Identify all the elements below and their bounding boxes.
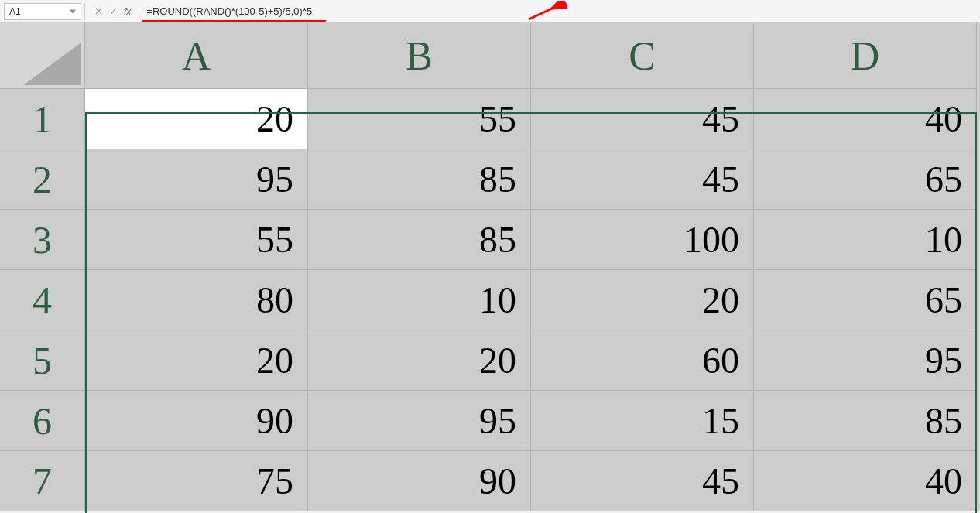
cell-c4[interactable]: 20 [531,270,754,330]
cell-c2[interactable]: 45 [531,149,754,210]
cell-a5[interactable]: 20 [85,330,308,391]
cell-a4[interactable]: 80 [85,270,308,330]
cell-d1[interactable]: 40 [754,89,977,149]
cell-b7[interactable]: 90 [308,451,531,511]
table-row: 6 90 95 15 85 [0,391,980,451]
formula-text: =ROUND((RAND()*(100-5)+5)/5,0)*5 [146,5,312,17]
select-all-corner[interactable] [0,23,85,89]
cell-b5[interactable]: 20 [308,330,531,391]
cell-b6[interactable]: 95 [308,391,531,451]
column-header-b[interactable]: B [308,23,531,89]
divider [84,3,85,20]
row-header-3[interactable]: 3 [0,210,85,270]
cell-d4[interactable]: 65 [754,270,977,330]
row-header-7[interactable]: 7 [0,451,85,511]
enter-icon[interactable]: ✓ [109,5,118,17]
cell-d5[interactable]: 95 [754,330,977,391]
table-row: 2 95 85 45 65 [0,149,980,210]
cell-c6[interactable]: 15 [531,391,754,451]
fx-icon[interactable]: fx [124,6,135,17]
row-header-1[interactable]: 1 [0,89,85,149]
cell-c7[interactable]: 45 [531,451,754,511]
cancel-icon[interactable]: ✕ [94,5,103,17]
name-box[interactable]: A1 [4,3,81,20]
table-row: 3 55 85 100 10 [0,210,980,270]
formula-bar-buttons: ✕ ✓ fx [88,5,142,17]
cell-b3[interactable]: 85 [308,210,531,270]
cell-d2[interactable]: 65 [754,149,977,210]
svg-line-1 [529,3,564,19]
table-row: 7 75 90 45 40 [0,451,980,511]
annotation-arrow-icon [525,1,567,24]
cell-d3[interactable]: 10 [754,210,977,270]
column-header-row: A B C D [0,23,980,89]
annotation-underline [142,20,326,22]
cell-a7[interactable]: 75 [85,451,308,511]
row-header-5[interactable]: 5 [0,330,85,391]
cell-b1[interactable]: 55 [308,89,531,149]
cell-reference-text: A1 [9,6,21,17]
cell-a1[interactable]: 20 [85,89,308,149]
cell-b4[interactable]: 10 [308,270,531,330]
cell-d7[interactable]: 40 [754,451,977,511]
spreadsheet: A B C D 1 20 55 45 40 2 95 85 45 65 3 55… [0,23,980,511]
cell-c1[interactable]: 45 [531,89,754,149]
column-header-a[interactable]: A [85,23,308,89]
cell-b2[interactable]: 85 [308,149,531,210]
row-header-6[interactable]: 6 [0,391,85,451]
column-header-c[interactable]: C [531,23,754,89]
table-row: 1 20 55 45 40 [0,89,980,149]
cell-a3[interactable]: 55 [85,210,308,270]
cell-d6[interactable]: 85 [754,391,977,451]
cell-c5[interactable]: 60 [531,330,754,391]
cell-c3[interactable]: 100 [531,210,754,270]
cell-a6[interactable]: 90 [85,391,308,451]
table-row: 5 20 20 60 95 [0,330,980,391]
column-header-d[interactable]: D [754,23,977,89]
table-row: 4 80 10 20 65 [0,270,980,330]
formula-bar: A1 ✕ ✓ fx =ROUND((RAND()*(100-5)+5)/5,0)… [0,0,980,23]
formula-input[interactable]: =ROUND((RAND()*(100-5)+5)/5,0)*5 [142,3,976,20]
cell-a2[interactable]: 95 [85,149,308,210]
row-header-2[interactable]: 2 [0,149,85,210]
row-header-4[interactable]: 4 [0,270,85,330]
